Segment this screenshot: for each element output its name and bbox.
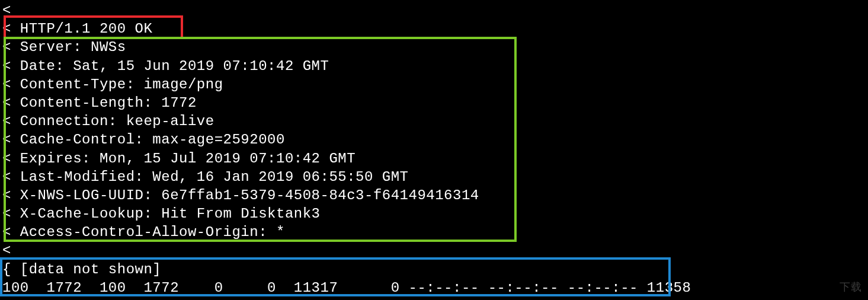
terminal-line: < (2, 241, 866, 260)
header-cache-control: < Cache-Control: max-age=2592000 (2, 130, 866, 149)
header-x-nws-log-uuid: < X-NWS-LOG-UUID: 6e7ffab1-5379-4508-84c… (2, 186, 866, 205)
header-expires: < Expires: Mon, 15 Jul 2019 07:10:42 GMT (2, 149, 866, 168)
watermark: 下载 (840, 280, 862, 294)
data-not-shown-line: { [data not shown] (2, 260, 866, 279)
progress-line: 100 1772 100 1772 0 0 11317 0 --:--:-- -… (2, 279, 866, 297)
header-x-cache-lookup: < X-Cache-Lookup: Hit From Disktank3 (2, 205, 866, 223)
http-status-line: < HTTP/1.1 200 OK (2, 20, 866, 38)
terminal-line: < (2, 1, 866, 20)
header-access-control-allow-origin: < Access-Control-Allow-Origin: * (2, 223, 866, 241)
header-connection: < Connection: keep-alive (2, 112, 866, 130)
header-last-modified: < Last-Modified: Wed, 16 Jan 2019 06:55:… (2, 168, 866, 186)
header-content-type: < Content-Type: image/png (2, 75, 866, 94)
header-server: < Server: NWSs (2, 38, 866, 56)
header-content-length: < Content-Length: 1772 (2, 94, 866, 112)
header-date: < Date: Sat, 15 Jun 2019 07:10:42 GMT (2, 57, 866, 75)
